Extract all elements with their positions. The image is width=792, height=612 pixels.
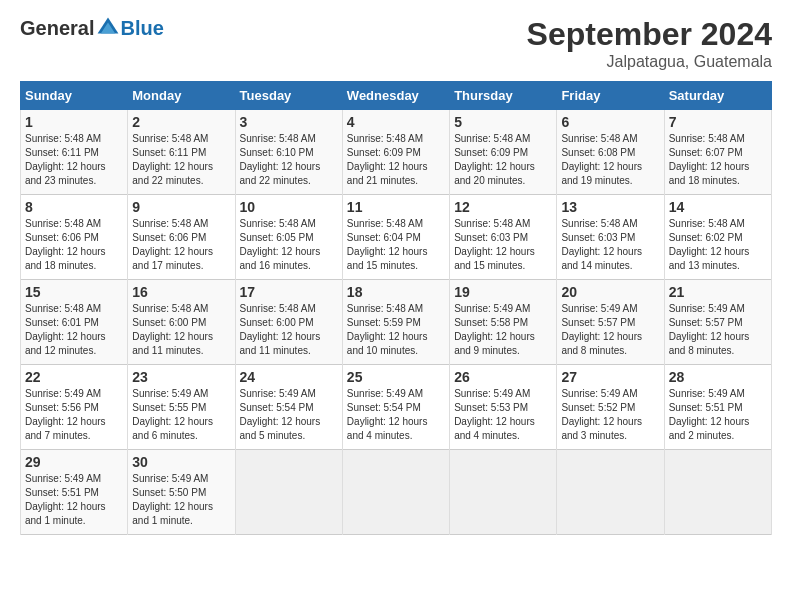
- header-thursday: Thursday: [450, 82, 557, 110]
- sunset-label: Sunset: 6:01 PM: [25, 317, 99, 328]
- day-info: Sunrise: 5:48 AM Sunset: 6:11 PM Dayligh…: [25, 132, 123, 188]
- daylight-label: Daylight: 12 hours: [669, 246, 750, 257]
- daylight-label: Daylight: 12 hours: [454, 161, 535, 172]
- daylight-minutes: and 16 minutes.: [240, 260, 311, 271]
- sunset-label: Sunset: 5:58 PM: [454, 317, 528, 328]
- day-info: Sunrise: 5:49 AM Sunset: 5:51 PM Dayligh…: [25, 472, 123, 528]
- day-info: Sunrise: 5:48 AM Sunset: 6:09 PM Dayligh…: [347, 132, 445, 188]
- day-info: Sunrise: 5:49 AM Sunset: 5:54 PM Dayligh…: [240, 387, 338, 443]
- daylight-label: Daylight: 12 hours: [347, 161, 428, 172]
- calendar-day-cell: 1 Sunrise: 5:48 AM Sunset: 6:11 PM Dayli…: [21, 110, 128, 195]
- daylight-minutes: and 11 minutes.: [240, 345, 311, 356]
- calendar-day-cell: 10 Sunrise: 5:48 AM Sunset: 6:05 PM Dayl…: [235, 195, 342, 280]
- sunset-label: Sunset: 5:53 PM: [454, 402, 528, 413]
- day-info: Sunrise: 5:48 AM Sunset: 6:11 PM Dayligh…: [132, 132, 230, 188]
- sunrise-label: Sunrise: 5:49 AM: [240, 388, 316, 399]
- daylight-label: Daylight: 12 hours: [132, 246, 213, 257]
- day-number: 4: [347, 114, 445, 130]
- calendar-day-cell: 21 Sunrise: 5:49 AM Sunset: 5:57 PM Dayl…: [664, 280, 771, 365]
- day-info: Sunrise: 5:48 AM Sunset: 6:01 PM Dayligh…: [25, 302, 123, 358]
- day-number: 17: [240, 284, 338, 300]
- daylight-label: Daylight: 12 hours: [561, 161, 642, 172]
- day-number: 7: [669, 114, 767, 130]
- calendar-day-cell: [342, 450, 449, 535]
- sunset-label: Sunset: 5:52 PM: [561, 402, 635, 413]
- sunrise-label: Sunrise: 5:49 AM: [25, 473, 101, 484]
- weekday-header-row: Sunday Monday Tuesday Wednesday Thursday…: [21, 82, 772, 110]
- day-number: 28: [669, 369, 767, 385]
- day-info: Sunrise: 5:48 AM Sunset: 6:02 PM Dayligh…: [669, 217, 767, 273]
- calendar-day-cell: 27 Sunrise: 5:49 AM Sunset: 5:52 PM Dayl…: [557, 365, 664, 450]
- sunset-label: Sunset: 6:02 PM: [669, 232, 743, 243]
- header-sunday: Sunday: [21, 82, 128, 110]
- calendar-week-row: 29 Sunrise: 5:49 AM Sunset: 5:51 PM Dayl…: [21, 450, 772, 535]
- sunrise-label: Sunrise: 5:48 AM: [347, 303, 423, 314]
- header-saturday: Saturday: [664, 82, 771, 110]
- calendar-day-cell: 8 Sunrise: 5:48 AM Sunset: 6:06 PM Dayli…: [21, 195, 128, 280]
- daylight-minutes: and 11 minutes.: [132, 345, 203, 356]
- day-number: 29: [25, 454, 123, 470]
- daylight-label: Daylight: 12 hours: [25, 501, 106, 512]
- sunrise-label: Sunrise: 5:49 AM: [561, 388, 637, 399]
- sunset-label: Sunset: 5:51 PM: [669, 402, 743, 413]
- sunrise-label: Sunrise: 5:49 AM: [669, 388, 745, 399]
- month-title: September 2024: [527, 16, 772, 53]
- day-info: Sunrise: 5:49 AM Sunset: 5:55 PM Dayligh…: [132, 387, 230, 443]
- daylight-label: Daylight: 12 hours: [240, 416, 321, 427]
- day-number: 27: [561, 369, 659, 385]
- sunset-label: Sunset: 5:57 PM: [561, 317, 635, 328]
- day-info: Sunrise: 5:49 AM Sunset: 5:50 PM Dayligh…: [132, 472, 230, 528]
- daylight-label: Daylight: 12 hours: [561, 416, 642, 427]
- daylight-minutes: and 1 minute.: [25, 515, 86, 526]
- daylight-minutes: and 17 minutes.: [132, 260, 203, 271]
- daylight-label: Daylight: 12 hours: [240, 161, 321, 172]
- calendar-day-cell: 12 Sunrise: 5:48 AM Sunset: 6:03 PM Dayl…: [450, 195, 557, 280]
- daylight-minutes: and 2 minutes.: [669, 430, 735, 441]
- day-number: 1: [25, 114, 123, 130]
- logo: General Blue: [20, 16, 164, 40]
- day-number: 19: [454, 284, 552, 300]
- logo-icon: [96, 16, 120, 40]
- day-number: 21: [669, 284, 767, 300]
- day-number: 8: [25, 199, 123, 215]
- day-info: Sunrise: 5:49 AM Sunset: 5:57 PM Dayligh…: [669, 302, 767, 358]
- sunrise-label: Sunrise: 5:48 AM: [347, 218, 423, 229]
- title-area: September 2024 Jalpatagua, Guatemala: [527, 16, 772, 71]
- sunset-label: Sunset: 6:04 PM: [347, 232, 421, 243]
- daylight-label: Daylight: 12 hours: [132, 331, 213, 342]
- day-number: 23: [132, 369, 230, 385]
- daylight-label: Daylight: 12 hours: [25, 331, 106, 342]
- calendar-table: Sunday Monday Tuesday Wednesday Thursday…: [20, 81, 772, 535]
- daylight-label: Daylight: 12 hours: [561, 246, 642, 257]
- sunrise-label: Sunrise: 5:48 AM: [132, 133, 208, 144]
- calendar-day-cell: 23 Sunrise: 5:49 AM Sunset: 5:55 PM Dayl…: [128, 365, 235, 450]
- day-number: 14: [669, 199, 767, 215]
- sunrise-label: Sunrise: 5:48 AM: [669, 218, 745, 229]
- day-info: Sunrise: 5:48 AM Sunset: 6:10 PM Dayligh…: [240, 132, 338, 188]
- calendar-day-cell: 5 Sunrise: 5:48 AM Sunset: 6:09 PM Dayli…: [450, 110, 557, 195]
- sunrise-label: Sunrise: 5:48 AM: [669, 133, 745, 144]
- day-number: 9: [132, 199, 230, 215]
- sunrise-label: Sunrise: 5:48 AM: [561, 218, 637, 229]
- day-number: 12: [454, 199, 552, 215]
- sunrise-label: Sunrise: 5:48 AM: [347, 133, 423, 144]
- day-number: 18: [347, 284, 445, 300]
- calendar-day-cell: [450, 450, 557, 535]
- day-number: 10: [240, 199, 338, 215]
- day-info: Sunrise: 5:49 AM Sunset: 5:56 PM Dayligh…: [25, 387, 123, 443]
- calendar-day-cell: 4 Sunrise: 5:48 AM Sunset: 6:09 PM Dayli…: [342, 110, 449, 195]
- daylight-minutes: and 10 minutes.: [347, 345, 418, 356]
- sunset-label: Sunset: 6:10 PM: [240, 147, 314, 158]
- calendar-day-cell: 17 Sunrise: 5:48 AM Sunset: 6:00 PM Dayl…: [235, 280, 342, 365]
- daylight-minutes: and 6 minutes.: [132, 430, 198, 441]
- sunrise-label: Sunrise: 5:48 AM: [454, 133, 530, 144]
- daylight-minutes: and 8 minutes.: [669, 345, 735, 356]
- sunset-label: Sunset: 5:56 PM: [25, 402, 99, 413]
- day-info: Sunrise: 5:48 AM Sunset: 5:59 PM Dayligh…: [347, 302, 445, 358]
- header-wednesday: Wednesday: [342, 82, 449, 110]
- header-tuesday: Tuesday: [235, 82, 342, 110]
- daylight-minutes: and 22 minutes.: [132, 175, 203, 186]
- daylight-minutes: and 14 minutes.: [561, 260, 632, 271]
- logo-blue: Blue: [120, 17, 163, 40]
- daylight-label: Daylight: 12 hours: [669, 161, 750, 172]
